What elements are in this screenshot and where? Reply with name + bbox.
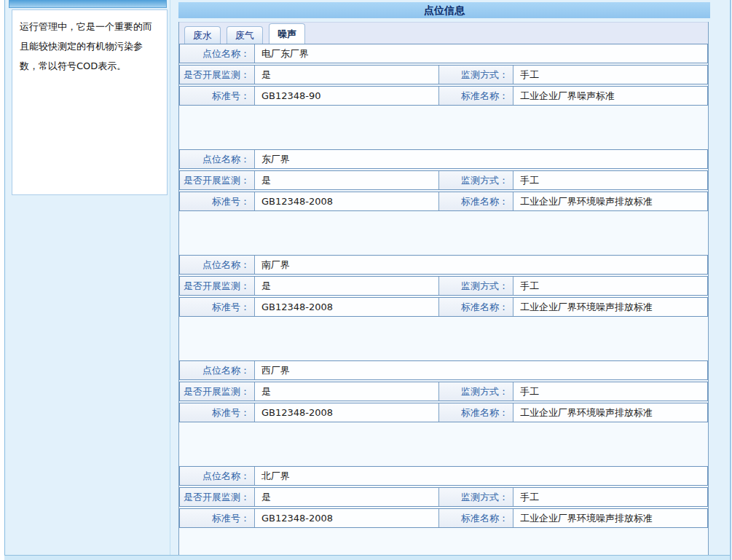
point-name-row: 点位名称： 东厂界 <box>179 149 708 169</box>
point-block: 点位名称： 北厂界 是否开展监测： 是 监测方式： 手工 标准号： GB1234… <box>179 466 708 528</box>
monitoring-value: 是 <box>255 171 438 189</box>
monitoring-value: 是 <box>255 382 438 401</box>
method-label: 监测方式： <box>438 488 513 506</box>
point-name-label: 点位名称： <box>180 150 255 168</box>
point-name-label: 点位名称： <box>180 44 255 63</box>
standard-name-value: 工业企业厂界环境噪声排放标准 <box>513 298 707 316</box>
point-blocks: 点位名称： 电厂东厂界 是否开展监测： 是 监测方式： 手工 标准号： GB12… <box>179 44 708 528</box>
standard-no-value: GB12348-90 <box>255 87 438 105</box>
standard-name-value: 工业企业厂界噪声标准 <box>513 87 707 105</box>
monitoring-label: 是否开展监测： <box>180 277 255 295</box>
standard-name-value: 工业企业厂界环境噪声排放标准 <box>513 192 707 210</box>
standard-row: 标准号： GB12348-2008 标准名称： 工业企业厂界环境噪声排放标准 <box>179 508 708 528</box>
standard-row: 标准号： GB12348-2008 标准名称： 工业企业厂界环境噪声排放标准 <box>179 297 708 317</box>
standard-no-value: GB12348-2008 <box>255 192 438 210</box>
monitoring-label: 是否开展监测： <box>180 382 255 401</box>
point-info-panel: 废水 废气 噪声 点位名称： 电厂东厂界 是否开展监测： 是 监测方式： 手工 … <box>178 22 709 555</box>
standard-no-label: 标准号： <box>180 509 255 527</box>
monitoring-row: 是否开展监测： 是 监测方式： 手工 <box>179 65 708 84</box>
monitoring-label: 是否开展监测： <box>180 171 255 189</box>
method-label: 监测方式： <box>438 171 513 189</box>
method-label: 监测方式： <box>438 382 513 401</box>
sidebar-title-strip <box>9 0 167 8</box>
point-name-label: 点位名称： <box>180 467 255 485</box>
standard-no-label: 标准号： <box>180 403 255 422</box>
point-name-row: 点位名称： 西厂界 <box>179 360 708 380</box>
standard-name-label: 标准名称： <box>438 192 513 210</box>
point-block: 点位名称： 西厂界 是否开展监测： 是 监测方式： 手工 标准号： GB1234… <box>179 360 708 422</box>
monitoring-label: 是否开展监测： <box>180 66 255 84</box>
point-name-value: 东厂界 <box>255 150 707 168</box>
monitoring-row: 是否开展监测： 是 监测方式： 手工 <box>179 487 708 507</box>
standard-name-label: 标准名称： <box>438 403 513 422</box>
point-name-row: 点位名称： 北厂界 <box>179 466 708 486</box>
point-name-value: 北厂界 <box>255 467 707 485</box>
standard-no-value: GB12348-2008 <box>255 298 438 316</box>
tab-noise[interactable]: 噪声 <box>269 23 305 44</box>
sidebar-info-text: 运行管理中，它是一个重要的而且能较快测定的有机物污染参数，常以符号COD表示。 <box>20 21 152 71</box>
panel-title: 点位信息 <box>178 2 710 18</box>
sidebar-info-panel: 运行管理中，它是一个重要的而且能较快测定的有机物污染参数，常以符号COD表示。 <box>12 9 168 195</box>
standard-row: 标准号： GB12348-2008 标准名称： 工业企业厂界环境噪声排放标准 <box>179 403 708 422</box>
standard-no-value: GB12348-2008 <box>255 403 438 422</box>
point-name-row: 点位名称： 南厂界 <box>179 255 708 275</box>
point-name-label: 点位名称： <box>180 256 255 274</box>
point-block: 点位名称： 东厂界 是否开展监测： 是 监测方式： 手工 标准号： GB1234… <box>179 149 708 211</box>
standard-no-label: 标准号： <box>180 87 255 105</box>
monitoring-label: 是否开展监测： <box>180 488 255 506</box>
tab-wastewater[interactable]: 废水 <box>184 26 221 44</box>
monitoring-row: 是否开展监测： 是 监测方式： 手工 <box>179 276 708 296</box>
method-value: 手工 <box>513 66 707 84</box>
point-name-row: 点位名称： 电厂东厂界 <box>179 44 708 63</box>
point-block: 点位名称： 电厂东厂界 是否开展监测： 是 监测方式： 手工 标准号： GB12… <box>179 44 708 106</box>
monitoring-row: 是否开展监测： 是 监测方式： 手工 <box>179 170 708 190</box>
standard-row: 标准号： GB12348-2008 标准名称： 工业企业厂界环境噪声排放标准 <box>179 192 708 211</box>
standard-no-label: 标准号： <box>180 192 255 210</box>
tab-bar: 废水 废气 噪声 <box>179 22 708 44</box>
monitoring-value: 是 <box>255 66 438 84</box>
standard-name-label: 标准名称： <box>438 509 513 527</box>
page-root: 运行管理中，它是一个重要的而且能较快测定的有机物污染参数，常以符号COD表示。 … <box>0 0 732 560</box>
method-value: 手工 <box>513 488 707 506</box>
method-value: 手工 <box>513 171 707 189</box>
frame-divider <box>170 0 170 555</box>
standard-name-label: 标准名称： <box>438 87 513 105</box>
method-label: 监测方式： <box>438 66 513 84</box>
point-name-value: 西厂界 <box>255 361 707 379</box>
method-value: 手工 <box>513 277 707 295</box>
monitoring-row: 是否开展监测： 是 监测方式： 手工 <box>179 382 708 401</box>
point-name-value: 电厂东厂界 <box>255 44 707 63</box>
standard-no-value: GB12348-2008 <box>255 509 438 527</box>
standard-no-label: 标准号： <box>180 298 255 316</box>
point-block: 点位名称： 南厂界 是否开展监测： 是 监测方式： 手工 标准号： GB1234… <box>179 255 708 317</box>
standard-name-value: 工业企业厂界环境噪声排放标准 <box>513 509 707 527</box>
point-name-value: 南厂界 <box>255 256 707 274</box>
standard-name-label: 标准名称： <box>438 298 513 316</box>
monitoring-value: 是 <box>255 277 438 295</box>
tab-wastegas[interactable]: 废气 <box>227 26 263 44</box>
standard-row: 标准号： GB12348-90 标准名称： 工业企业厂界噪声标准 <box>179 86 708 106</box>
method-value: 手工 <box>513 382 707 401</box>
point-name-label: 点位名称： <box>180 361 255 379</box>
page-right-border <box>730 0 731 560</box>
standard-name-value: 工业企业厂界环境噪声排放标准 <box>513 403 707 422</box>
method-label: 监测方式： <box>438 277 513 295</box>
monitoring-value: 是 <box>255 488 438 506</box>
bottom-strip <box>4 555 730 560</box>
